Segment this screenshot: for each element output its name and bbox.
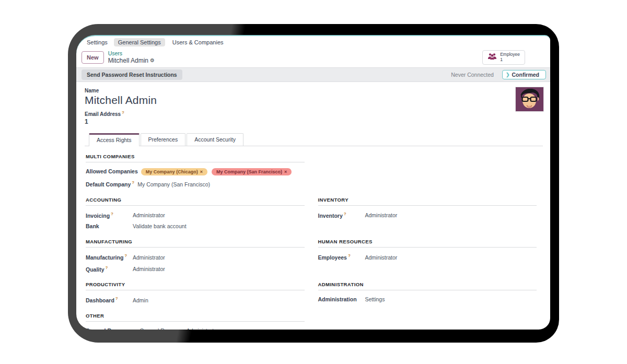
state-never-connected[interactable]: Never Connected [448, 71, 497, 79]
field-label: Employees? [318, 253, 365, 261]
grid-spacer [318, 313, 537, 330]
field-label: Manufacturing? [86, 253, 133, 261]
company-tags: My Company (Chicago) × My Company (San F… [141, 168, 292, 175]
avatar[interactable] [515, 87, 544, 112]
field-default-company: Default Company? My Company (San Francis… [86, 180, 305, 187]
email-label: Email Address? [85, 110, 543, 117]
section-title: OTHER [86, 313, 305, 322]
stat-button-count: 1 [500, 57, 520, 63]
help-icon: ? [115, 296, 118, 301]
field-label: Default Company? [86, 180, 137, 187]
section-administration: ADMINISTRATION Administration Settings [318, 281, 537, 308]
app-name[interactable]: Settings [84, 38, 111, 46]
canned-responses-value[interactable]: Canned Response Administrator [140, 327, 218, 330]
section-title: MANUFACTURING [86, 239, 305, 248]
section-other: OTHER Canned Responses Canned Response A… [86, 313, 305, 330]
control-panel: New Users Mitchell Admin ⚙ [76, 48, 550, 67]
breadcrumb-current-label: Mitchell Admin [108, 57, 148, 65]
help-icon: ? [344, 212, 346, 216]
field-label: Administration [318, 296, 365, 302]
field-administration: Administration Settings [318, 296, 537, 302]
help-icon: ? [132, 180, 134, 185]
tag-label: My Company (Chicago) [146, 169, 198, 174]
section-manufacturing: MANUFACTURING Manufacturing? Administrat… [86, 239, 305, 277]
field-label-text: Dashboard [86, 297, 114, 303]
field-label: Canned Responses [86, 327, 140, 330]
page: Settings General Settings Users & Compan… [0, 0, 627, 364]
field-label-text: Invoicing [86, 212, 110, 218]
field-label: Allowed Companies [86, 168, 141, 174]
field-quality: Quality? Administrator [86, 265, 305, 273]
stat-button-label: Employee [500, 52, 520, 57]
field-label-text: Employees [318, 254, 347, 261]
grid-spacer [318, 154, 537, 197]
notebook-tabs: Access Rights Preferences Account Securi… [85, 133, 543, 146]
help-icon: ? [122, 110, 124, 115]
employee-stat-button[interactable]: Employee 1 [482, 50, 525, 65]
name-label: Name [85, 88, 543, 93]
section-title: ADMINISTRATION [318, 281, 537, 290]
email-field[interactable]: 1 [85, 118, 543, 125]
field-manufacturing: Manufacturing? Administrator [86, 253, 305, 261]
field-employees: Employees? Administrator [318, 253, 537, 261]
invoicing-value[interactable]: Administrator [133, 212, 165, 218]
tag-label: My Company (San Francisco) [216, 169, 282, 174]
send-password-reset-button[interactable]: Send Password Reset Instructions [82, 69, 182, 80]
field-label-text: Default Company [86, 181, 131, 187]
state-confirmed-label: Confirmed [512, 72, 540, 78]
field-allowed-companies: Allowed Companies My Company (Chicago) ×… [86, 168, 305, 175]
section-multi-companies: MULTI COMPANIES Allowed Companies My Com… [86, 154, 305, 192]
field-label: Quality? [86, 265, 133, 273]
field-invoicing: Invoicing? Administrator [86, 212, 305, 219]
breadcrumb-current: Mitchell Admin ⚙ [108, 57, 155, 65]
user-name-heading[interactable]: Mitchell Admin [85, 94, 543, 107]
inventory-value[interactable]: Administrator [365, 212, 398, 218]
tag-company-san-francisco[interactable]: My Company (San Francisco) × [212, 168, 292, 175]
quality-value[interactable]: Administrator [133, 266, 165, 272]
section-title: PRODUCTIVITY [86, 281, 305, 290]
administration-value[interactable]: Settings [365, 296, 385, 302]
default-company-value[interactable]: My Company (San Francisco) [137, 181, 210, 187]
manufacturing-value[interactable]: Administrator [133, 254, 165, 261]
field-label: Dashboard? [86, 296, 133, 303]
help-icon: ? [106, 265, 108, 270]
field-label-text: Inventory [318, 212, 343, 218]
tag-company-chicago[interactable]: My Company (Chicago) × [141, 168, 207, 175]
state-confirmed[interactable]: ❯ Confirmed [502, 70, 546, 79]
tab-account-security[interactable]: Account Security [187, 133, 243, 146]
tab-preferences[interactable]: Preferences [141, 133, 186, 146]
section-accounting: ACCOUNTING Invoicing? Administrator Bank… [86, 197, 305, 234]
field-canned-responses: Canned Responses Canned Response Adminis… [86, 327, 305, 330]
section-inventory: INVENTORY Inventory? Administrator [318, 197, 537, 234]
help-icon: ? [111, 212, 113, 216]
employees-icon [487, 53, 497, 62]
field-dashboard: Dashboard? Admin [86, 296, 305, 303]
breadcrumb: Users Mitchell Admin ⚙ [108, 50, 155, 65]
field-label-text: Quality [86, 266, 104, 272]
tab-access-rights[interactable]: Access Rights [89, 133, 140, 146]
breadcrumb-users-link[interactable]: Users [108, 50, 155, 57]
section-title: HUMAN RESOURCES [318, 239, 537, 248]
bank-value[interactable]: Validate bank account [133, 223, 187, 229]
remove-tag-icon[interactable]: × [284, 169, 287, 174]
help-icon: ? [348, 253, 351, 258]
statusbar: Send Password Reset Instructions Never C… [76, 67, 550, 82]
employees-value[interactable]: Administrator [365, 254, 398, 261]
menu-users-companies[interactable]: Users & Companies [168, 38, 228, 46]
chevron-right-icon: ❯ [506, 72, 510, 77]
field-inventory: Inventory? Administrator [318, 212, 537, 219]
section-human-resources: HUMAN RESOURCES Employees? Administrator [318, 239, 537, 277]
dashboard-value[interactable]: Admin [133, 297, 148, 303]
gear-icon[interactable]: ⚙ [150, 57, 155, 64]
menubar: Settings General Settings Users & Compan… [76, 36, 550, 48]
field-bank: Bank Validate bank account [86, 223, 305, 229]
new-button[interactable]: New [82, 51, 104, 64]
section-productivity: PRODUCTIVITY Dashboard? Admin [86, 281, 305, 308]
menu-general-settings[interactable]: General Settings [114, 38, 165, 46]
field-label-text: Manufacturing [86, 254, 123, 261]
help-icon: ? [124, 253, 127, 258]
access-rights-grid: MULTI COMPANIES Allowed Companies My Com… [85, 146, 543, 330]
field-label: Bank [86, 223, 133, 229]
app-window: Settings General Settings Users & Compan… [76, 35, 550, 330]
remove-tag-icon[interactable]: × [200, 169, 203, 174]
